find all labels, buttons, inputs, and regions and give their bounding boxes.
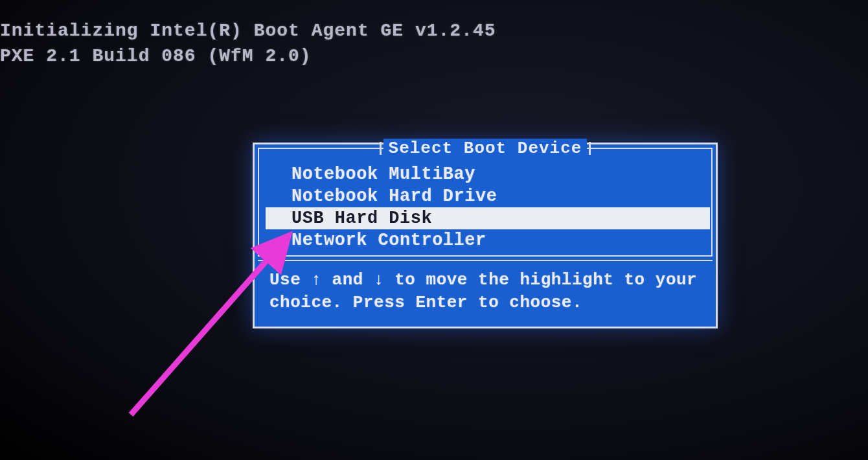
boot-device-menu: Select Boot Device Notebook MultiBay Not… <box>253 143 718 328</box>
menu-items: Notebook MultiBay Notebook Hard Drive US… <box>259 149 711 255</box>
menu-item-usb-hard-disk[interactable]: USB Hard Disk <box>266 207 710 229</box>
boot-line-1: Initializing Intel(R) Boot Agent GE v1.2… <box>0 18 496 43</box>
menu-item-multibay[interactable]: Notebook MultiBay <box>266 163 705 185</box>
menu-item-network-controller[interactable]: Network Controller <box>266 229 705 251</box>
menu-help-text: Use ↑ and ↓ to move the highlight to you… <box>258 260 713 323</box>
bios-boot-text: Initializing Intel(R) Boot Agent GE v1.2… <box>0 18 496 69</box>
menu-inner-frame: Select Boot Device Notebook MultiBay Not… <box>258 148 713 257</box>
menu-title: Select Boot Device <box>383 139 588 158</box>
menu-item-hard-drive[interactable]: Notebook Hard Drive <box>266 185 705 207</box>
boot-line-2: PXE 2.1 Build 086 (WfM 2.0) <box>0 43 496 69</box>
menu-title-wrap: Select Boot Device <box>259 139 711 158</box>
